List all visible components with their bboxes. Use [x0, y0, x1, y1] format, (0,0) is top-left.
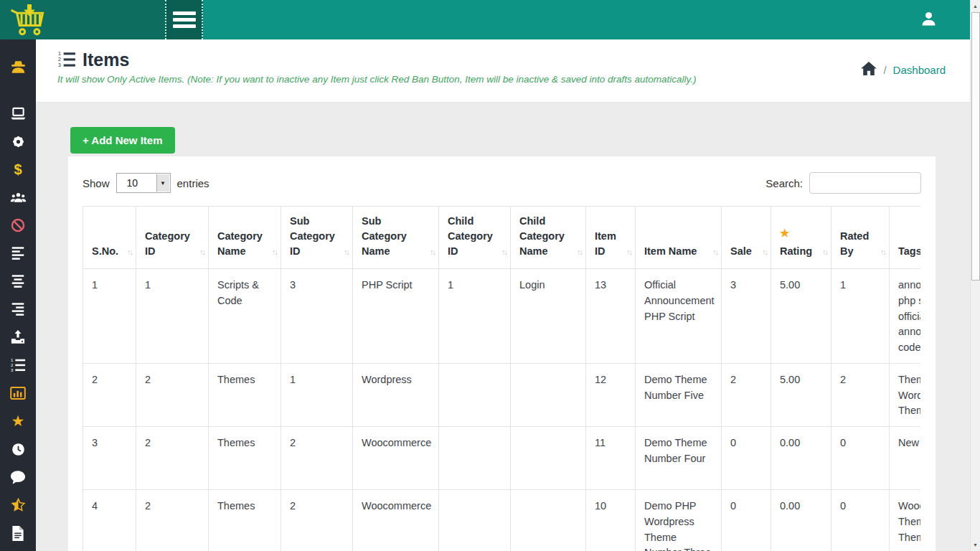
sidebar-item-ratings[interactable] [7, 498, 29, 512]
sidebar-item-categories[interactable] [7, 246, 29, 260]
cell-rating: 5.00 [771, 269, 831, 364]
cell-category_name: Scripts & Code [209, 269, 281, 364]
cell-sub_category_name: PHP Script [353, 269, 439, 364]
home-link[interactable] [861, 62, 877, 77]
column-label: Category Name [217, 230, 263, 257]
cell-item_id: 12 [586, 363, 636, 426]
upload-icon [10, 330, 26, 344]
vertical-scrollbar[interactable]: ▲ ▼ [970, 0, 980, 551]
sort-icons: ↑↓ [430, 247, 435, 258]
tag: php script [898, 293, 920, 309]
cell-rated_by: 1 [831, 269, 890, 364]
sidebar-nav: $ [0, 39, 36, 551]
column-label: Sub Category Name [362, 215, 407, 257]
column-header-item_id[interactable]: Item ID↑↓ [586, 207, 636, 269]
tag: Themeforest [898, 403, 920, 419]
page-size-select[interactable]: 10 ▼ [116, 173, 171, 193]
column-header-child_category_name[interactable]: Child Category Name↑↓ [511, 207, 586, 269]
table-wrapper: S.No.↑↓Category ID↑↓Category Name↑↓Sub C… [83, 206, 920, 551]
column-label: Item Name [644, 245, 697, 257]
table-row: 11Scripts & Code3PHP Script1Login13Offic… [83, 269, 921, 364]
cell-child_category_id [439, 490, 511, 551]
column-header-child_category_id[interactable]: Child Category ID↑↓ [439, 207, 511, 269]
scrollbar-up-button[interactable]: ▲ [971, 1, 980, 11]
entries-label: entries [177, 177, 209, 189]
cell-category_id: 2 [136, 490, 209, 551]
sidebar-item-laptop[interactable] [7, 106, 29, 121]
sidebar-item-payments[interactable]: $ [7, 162, 29, 176]
scrollbar-down-button[interactable]: ▼ [971, 540, 980, 550]
column-header-item_name[interactable]: Item Name↑↓ [636, 207, 722, 269]
sidebar-item-spy[interactable] [7, 58, 29, 78]
table-row: 22Themes1Wordpress12Demo Theme Number Fi… [83, 363, 921, 426]
sidebar-toggle-button[interactable] [165, 0, 203, 39]
svg-text:1: 1 [58, 51, 61, 56]
column-header-tags[interactable]: Tags↑↓ [890, 207, 921, 269]
sidebar-item-history[interactable] [7, 442, 29, 456]
cell-child_category_id [439, 363, 511, 426]
cell-sub_category_id: 2 [281, 490, 353, 551]
column-label: Tags [898, 245, 920, 257]
cell-tags: WoocommerceThemesThemeforest [890, 490, 921, 551]
column-header-sub_category_name[interactable]: Sub Category Name↑↓ [353, 207, 439, 269]
column-header-sub_category_id[interactable]: Sub Category ID↑↓ [281, 207, 353, 269]
add-new-item-button[interactable]: + Add New Item [70, 127, 175, 154]
column-header-rated_by[interactable]: Rated By↑↓ [831, 207, 890, 269]
cell-category_id: 2 [136, 363, 209, 426]
svg-text:2: 2 [58, 57, 61, 62]
tag: Wordpress [898, 388, 920, 404]
cell-child_category_name [511, 427, 586, 490]
column-header-sno[interactable]: S.No.↑↓ [83, 207, 136, 269]
column-header-category_id[interactable]: Category ID↑↓ [136, 207, 209, 269]
column-header-rating[interactable]: ★Rating↑↓ [771, 207, 831, 269]
cell-rating: 0.00 [771, 427, 831, 490]
clock-icon [11, 442, 26, 457]
sort-icons: ↑↓ [626, 247, 631, 258]
user-menu-button[interactable] [919, 9, 938, 32]
tag: official [898, 309, 920, 325]
gear-icon [11, 134, 26, 149]
sidebar-item-settings[interactable] [7, 134, 29, 149]
sidebar-item-banned[interactable] [7, 218, 29, 232]
cell-rating: 5.00 [771, 363, 831, 426]
align-right-icon [10, 302, 26, 316]
sidebar-item-items[interactable]: 123 [7, 358, 29, 372]
ordered-list-icon: 123 [10, 358, 26, 372]
cell-child_category_name: Login [511, 269, 586, 364]
laptop-icon [10, 106, 27, 121]
cell-sub_category_id: 2 [281, 427, 353, 490]
search-input[interactable] [809, 172, 921, 194]
cell-sale: 0 [722, 427, 771, 490]
column-header-sale[interactable]: Sale↑↓ [722, 207, 771, 269]
sort-icons: ↑↓ [501, 247, 507, 258]
sidebar-item-uploads[interactable] [7, 330, 29, 344]
cell-tags: ThemesWordpressThemeforest [890, 363, 921, 426]
show-label: Show [83, 177, 110, 189]
sidebar-item-comments[interactable] [7, 470, 29, 484]
cell-child_category_id [439, 427, 511, 490]
cell-sub_category_name: Wordpress [353, 363, 439, 426]
sort-icons: ↑↓ [822, 247, 827, 258]
sort-icons: ↑↓ [199, 247, 204, 258]
tag: Themes [898, 372, 920, 388]
column-header-category_name[interactable]: Category Name↑↓ [209, 207, 281, 269]
cell-item_name: Demo Theme Number Four [636, 427, 722, 490]
app-logo[interactable] [0, 0, 165, 39]
cell-sno: 1 [83, 269, 136, 364]
sidebar-item-reports[interactable] [7, 386, 29, 400]
dollar-icon: $ [14, 162, 22, 176]
sidebar-item-pages[interactable] [7, 526, 29, 540]
sidebar-item-childcategories[interactable] [7, 302, 29, 316]
sort-icons: ↑↓ [127, 247, 132, 258]
breadcrumb-dashboard-link[interactable]: Dashboard [893, 64, 946, 76]
column-label: Child Category ID [448, 215, 493, 257]
cell-category_id: 2 [136, 427, 209, 490]
sidebar-item-subcategories[interactable] [7, 274, 29, 288]
column-label: Rating [780, 245, 812, 257]
sidebar-item-users[interactable] [7, 190, 29, 204]
breadcrumb-separator: / [883, 64, 886, 76]
scrollbar-thumb[interactable] [971, 12, 980, 281]
sidebar-item-featured[interactable]: ★ [7, 414, 29, 428]
users-icon [9, 190, 27, 204]
cell-rating: 0.00 [771, 490, 831, 551]
